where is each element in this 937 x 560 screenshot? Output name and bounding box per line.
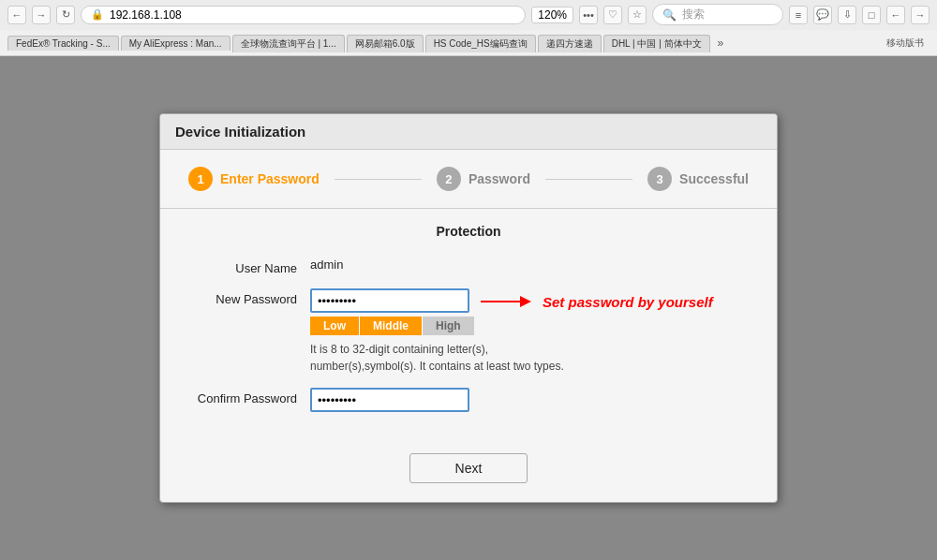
step-1-circle: 1: [188, 167, 213, 191]
step-3-label: Successful: [679, 171, 749, 186]
device-initialization-dialog: Device Initialization 1 Enter Password 2…: [159, 113, 778, 503]
form-section: Protection User Name admin New Password: [160, 209, 777, 444]
more-button[interactable]: •••: [579, 6, 598, 24]
step-1: 1 Enter Password: [188, 167, 320, 191]
download-icon[interactable]: ⇩: [838, 6, 856, 24]
username-label: User Name: [188, 258, 310, 275]
tab-aliexpress[interactable]: My AliExpress : Man...: [121, 36, 231, 51]
confirm-password-control: [310, 388, 749, 412]
step-2: 2 Password: [437, 167, 530, 191]
library-icon[interactable]: ≡: [789, 6, 808, 24]
step-2-circle: 2: [437, 167, 461, 191]
browser-toolbar: ← → ↻ 🔒 192.168.1.108 120% ••• ♡ ☆ 🔍 搜索 …: [0, 0, 937, 30]
annotation-text: Set password by yourself: [543, 294, 713, 310]
mobile-view-button[interactable]: 移动版书: [881, 35, 930, 52]
forward-button[interactable]: →: [32, 6, 51, 24]
step-3: 3 Successful: [647, 167, 749, 191]
url-text: 192.168.1.108: [110, 8, 515, 22]
new-password-row: New Password: [188, 288, 749, 375]
tab-dhl[interactable]: DHL | 中国 | 简体中文: [603, 35, 710, 52]
step-1-label: Enter Password: [220, 171, 320, 186]
username-control: admin: [310, 258, 749, 272]
bookmark-icon[interactable]: ♡: [603, 6, 622, 24]
tab-netease[interactable]: 网易邮箱6.0版: [347, 35, 424, 52]
nav-forward-icon[interactable]: →: [911, 6, 930, 24]
confirm-password-row: Confirm Password: [188, 388, 749, 412]
address-bar[interactable]: 🔒 192.168.1.108: [81, 6, 526, 24]
dialog-title: Device Initialization: [175, 124, 305, 140]
strength-high: High: [422, 317, 474, 335]
zoom-level: 120%: [531, 7, 573, 23]
back-button[interactable]: ←: [7, 6, 26, 24]
tab-fedex[interactable]: FedEx® Tracking - S...: [7, 36, 119, 51]
new-password-input[interactable]: [310, 288, 469, 313]
steps-bar: 1 Enter Password 2 Password 3 Successful: [160, 150, 777, 209]
password-hint: It is 8 to 32-digit containing letter(s)…: [310, 341, 573, 375]
tab-bar: FedEx® Tracking - S... My AliExpress : M…: [0, 30, 937, 55]
step-divider-1: [335, 179, 422, 180]
strength-low: Low: [310, 317, 359, 335]
more-tabs-button[interactable]: »: [712, 35, 730, 52]
search-bar[interactable]: 🔍 搜索: [652, 4, 783, 25]
tab-hscode[interactable]: HS Code_HS编码查询: [425, 35, 536, 52]
tab-view-icon[interactable]: □: [862, 6, 881, 24]
tab-4px[interactable]: 递四方速递: [538, 35, 602, 52]
username-row: User Name admin: [188, 258, 749, 275]
message-icon[interactable]: 💬: [813, 6, 832, 24]
username-value: admin: [310, 254, 343, 272]
arrow-icon: [479, 294, 535, 309]
arrow-annotation: Set password by yourself: [479, 294, 713, 310]
settings-icon[interactable]: ←: [886, 6, 905, 24]
star-icon[interactable]: ☆: [628, 6, 647, 24]
confirm-password-label: Confirm Password: [188, 388, 310, 405]
new-password-control: Set password by yourself Low Middle High…: [310, 288, 749, 375]
strength-bar: Low Middle High: [310, 317, 749, 335]
search-icon: 🔍: [662, 8, 677, 22]
tab-logistics[interactable]: 全球物流查询平台 | 1...: [232, 35, 345, 52]
new-password-label: New Password: [188, 288, 310, 306]
security-icon: 🔒: [91, 8, 104, 21]
strength-middle: Middle: [359, 317, 422, 335]
confirm-password-input[interactable]: [310, 388, 469, 412]
reload-button[interactable]: ↻: [56, 6, 75, 24]
step-divider-2: [545, 179, 632, 180]
browser-chrome: ← → ↻ 🔒 192.168.1.108 120% ••• ♡ ☆ 🔍 搜索 …: [0, 0, 937, 56]
button-row: Next: [160, 444, 777, 502]
next-button[interactable]: Next: [409, 453, 528, 483]
step-3-circle: 3: [647, 167, 672, 191]
section-title: Protection: [188, 224, 749, 239]
step-2-label: Password: [468, 171, 530, 186]
page-background: Device Initialization 1 Enter Password 2…: [0, 56, 937, 560]
dialog-header: Device Initialization: [160, 114, 777, 150]
search-placeholder: 搜索: [682, 7, 705, 22]
